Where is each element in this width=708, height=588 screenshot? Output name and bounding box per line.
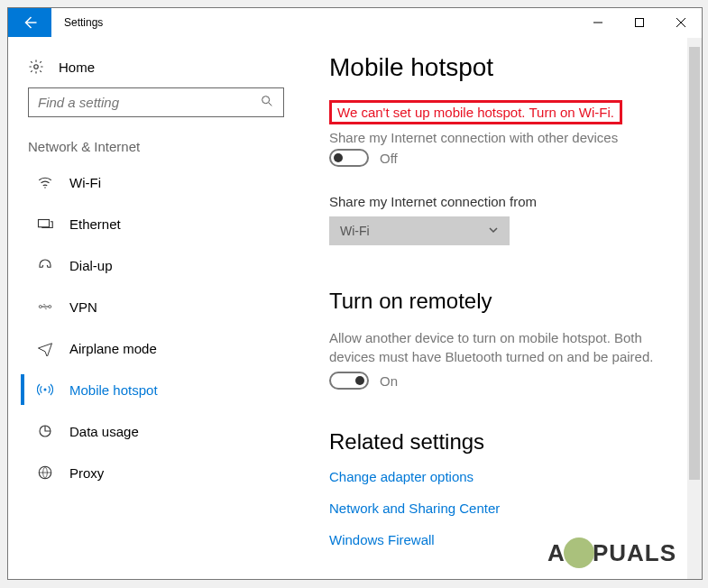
maximize-button[interactable]: [619, 8, 660, 37]
remote-toggle[interactable]: [329, 372, 369, 390]
back-button[interactable]: [8, 8, 51, 37]
remote-heading: Turn on remotely: [329, 289, 675, 314]
home-label: Home: [59, 60, 95, 75]
page-title: Mobile hotspot: [329, 53, 675, 82]
svg-point-1: [34, 65, 39, 69]
chevron-down-icon: [488, 224, 499, 238]
close-icon: [676, 18, 685, 27]
share-toggle[interactable]: [329, 149, 369, 167]
home-button[interactable]: Home: [21, 51, 291, 87]
mascot-icon: [564, 537, 594, 568]
minimize-icon: [593, 18, 602, 27]
svg-rect-4: [39, 220, 50, 227]
sidebar-item-label: Mobile hotspot: [69, 382, 158, 398]
link-network-sharing[interactable]: Network and Sharing Center: [329, 501, 675, 516]
content-pane: Mobile hotspot We can't set up mobile ho…: [297, 37, 702, 579]
sidebar-item-ethernet[interactable]: Ethernet: [21, 203, 291, 244]
settings-window: Settings Home Networ: [7, 7, 703, 580]
svg-point-7: [44, 389, 47, 391]
share-from-label: Share my Internet connection from: [329, 194, 675, 209]
ethernet-icon: [37, 216, 53, 232]
dialup-icon: [37, 257, 53, 273]
body: Home Network & Internet Wi-Fi Ethernet D…: [8, 37, 702, 579]
sidebar-item-label: Proxy: [69, 465, 104, 481]
arrow-left-icon: [22, 14, 38, 31]
sidebar-item-label: VPN: [69, 299, 97, 315]
search-box[interactable]: [28, 87, 284, 117]
svg-point-3: [44, 187, 46, 188]
app-title: Settings: [51, 8, 103, 37]
svg-point-2: [262, 96, 270, 103]
airplane-icon: [37, 340, 53, 356]
watermark: APUALS: [547, 537, 676, 568]
sidebar-item-vpn[interactable]: VPN: [21, 286, 291, 327]
titlebar: Settings: [8, 8, 702, 37]
sidebar-item-label: Wi-Fi: [69, 175, 101, 190]
maximize-icon: [635, 18, 644, 27]
sidebar-item-hotspot[interactable]: Mobile hotspot: [21, 369, 291, 410]
error-highlight: We can't set up mobile hotspot. Turn on …: [329, 100, 622, 124]
sidebar-item-label: Dial-up: [69, 258, 113, 273]
sidebar-item-wifi[interactable]: Wi-Fi: [21, 161, 291, 203]
scrollbar-thumb[interactable]: [689, 47, 700, 480]
link-adapter-options[interactable]: Change adapter options: [329, 469, 675, 484]
remote-desc: Allow another device to turn on mobile h…: [329, 328, 672, 366]
share-from-select[interactable]: Wi-Fi: [329, 216, 510, 245]
share-toggle-state: Off: [380, 151, 398, 166]
section-title: Network & Internet: [21, 139, 291, 161]
vpn-icon: [37, 299, 53, 315]
svg-point-5: [39, 306, 41, 308]
sidebar-item-datausage[interactable]: Data usage: [21, 410, 291, 452]
wifi-icon: [37, 174, 53, 190]
error-message: We can't set up mobile hotspot. Turn on …: [337, 105, 614, 120]
sidebar-item-airplane[interactable]: Airplane mode: [21, 327, 291, 369]
svg-rect-0: [636, 19, 644, 27]
sidebar: Home Network & Internet Wi-Fi Ethernet D…: [8, 37, 297, 579]
share-label: Share my Internet connection with other …: [329, 130, 675, 145]
close-button[interactable]: [660, 8, 702, 37]
sidebar-item-dialup[interactable]: Dial-up: [21, 244, 291, 286]
sidebar-item-label: Airplane mode: [69, 341, 157, 356]
proxy-icon: [37, 464, 53, 481]
search-input[interactable]: [38, 95, 260, 110]
scrollbar[interactable]: [687, 38, 702, 579]
minimize-button[interactable]: [577, 8, 619, 37]
sidebar-item-proxy[interactable]: Proxy: [21, 452, 291, 493]
sidebar-item-label: Ethernet: [69, 216, 121, 232]
datausage-icon: [37, 423, 53, 439]
share-from-value: Wi-Fi: [340, 224, 370, 238]
related-heading: Related settings: [329, 429, 675, 455]
svg-point-6: [49, 306, 51, 308]
hotspot-icon: [37, 381, 53, 398]
sidebar-item-label: Data usage: [69, 424, 139, 439]
search-icon: [260, 94, 274, 112]
gear-icon: [28, 59, 44, 75]
remote-toggle-state: On: [380, 373, 398, 389]
